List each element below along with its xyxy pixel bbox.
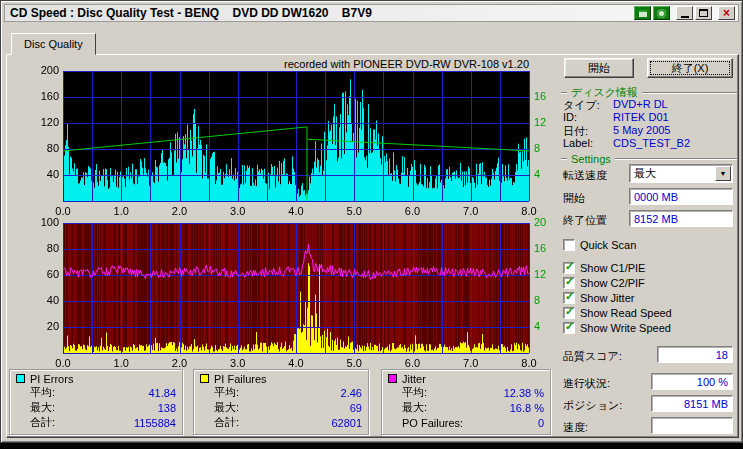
legend-group-title: PI Errors [30,373,73,385]
titlebar: CD Speed : Disc Quality Test - BENQ DVD … [4,4,739,22]
maximize-icon [699,9,708,17]
legend-row: 平均:41.84 [16,385,176,400]
close-icon: × [723,8,730,18]
checkbox-box: ✓ [563,292,575,304]
pi-failures-swatch [200,374,209,383]
section-rule [642,92,737,94]
window-title: CD Speed : Disc Quality Test - BENQ DVD … [5,6,634,20]
checkbox-label: Show C1/PIE [580,262,645,274]
titlebar-buttons: × [634,6,738,20]
legend-row: 最大:138 [16,400,176,415]
position-field: 8151 MB [651,395,733,412]
checkbox-show-write-speed[interactable]: ✓ Show Write Speed [563,321,671,335]
speed-label: 速度: [563,420,588,435]
checkbox-label: Show Read Speed [580,307,672,319]
maximize-button[interactable] [695,6,712,20]
checkbox-box: ✓ [563,262,575,274]
checkbox-quick-scan[interactable]: Quick Scan [563,238,636,252]
start-button[interactable]: 開始 [564,58,634,78]
transfer-rate-select[interactable]: 最大 ▼ [629,164,733,183]
tab-disc-quality[interactable]: Disc Quality [11,33,96,55]
checkbox-show-jitter[interactable]: ✓ Show Jitter [563,291,634,305]
end-position-field[interactable]: 8152 MB [629,210,733,227]
quality-score-value: 18 [657,346,733,363]
pi-errors-swatch [16,374,25,383]
grid-icon [638,9,648,18]
check-icon: ✓ [565,275,574,288]
transfer-rate-label: 転送速度 [563,168,607,183]
speed-field [651,417,733,434]
minimize-icon [681,16,689,18]
titlebar-disc-icon-button[interactable] [653,6,670,20]
settings-title: Settings [571,153,611,165]
legend-row: 平均:2.46 [200,385,362,400]
checkbox-label: Show C2/PIF [580,277,645,289]
checkbox-show-read-speed[interactable]: ✓ Show Read Speed [563,306,672,320]
checkbox-box [563,239,575,251]
check-icon: ✓ [565,305,574,318]
legend-row: 最大:69 [200,400,362,415]
start-position-field[interactable]: 0000 MB [629,188,733,205]
section-rule [615,158,737,160]
end-position-label: 終了位置 [563,213,607,228]
checkbox-label: Quick Scan [580,239,636,251]
titlebar-grid-icon-button[interactable] [634,6,651,20]
app-window: CD Speed : Disc Quality Test - BENQ DVD … [0,0,743,443]
progress-percent-field: 100 % [651,373,733,390]
checkbox-label: Show Write Speed [580,322,671,334]
legend-pi-errors: PI Errors 平均:41.84 最大:138 合計:1155884 [9,369,183,435]
legend-row: 平均:12.38 % [388,385,544,400]
disc-icon [657,9,666,18]
legend-row: PO Failures:0 [388,415,544,430]
jitter-swatch [388,374,397,383]
legend-pi-failures: PI Failures 平均:2.46 最大:69 合計:62801 [193,369,369,435]
disc-id-row: ID:RITEK D01 [563,111,736,123]
checkbox-box: ✓ [563,277,575,289]
disc-label-row: Label:CDS_TEST_B2 [563,137,736,149]
quality-charts-canvas [9,57,557,373]
quality-score-label: 品質スコア: [563,349,622,364]
position-label: ポジション: [563,398,622,413]
start-position-label: 開始 [563,191,585,206]
checkbox-label: Show Jitter [580,292,634,304]
checkbox-show-c2-pif[interactable]: ✓ Show C2/PIF [563,276,645,290]
checkbox-box: ✓ [563,322,575,334]
transfer-rate-value: 最大 [634,166,656,181]
check-icon: ✓ [565,320,574,333]
checkbox-show-c1-pie[interactable]: ✓ Show C1/PIE [563,261,645,275]
check-icon: ✓ [565,260,574,273]
legend-row: 最大:16.8 % [388,400,544,415]
legend-jitter: Jitter 平均:12.38 % 最大:16.8 % PO Failures:… [381,369,551,435]
legend-row: 合計:62801 [200,415,362,430]
section-rule [561,92,567,94]
check-icon: ✓ [565,290,574,303]
minimize-button[interactable] [676,6,693,20]
legend-row: 合計:1155884 [16,415,176,430]
legend-group-title: Jitter [402,373,426,385]
close-button[interactable]: × [718,6,735,20]
checkbox-box: ✓ [563,307,575,319]
chevron-down-icon[interactable]: ▼ [715,166,731,181]
legend-group-title: PI Failures [214,373,267,385]
progress-label: 進行状況: [563,376,610,391]
exit-button[interactable]: 終了(X) [647,58,733,78]
section-rule [561,158,567,160]
